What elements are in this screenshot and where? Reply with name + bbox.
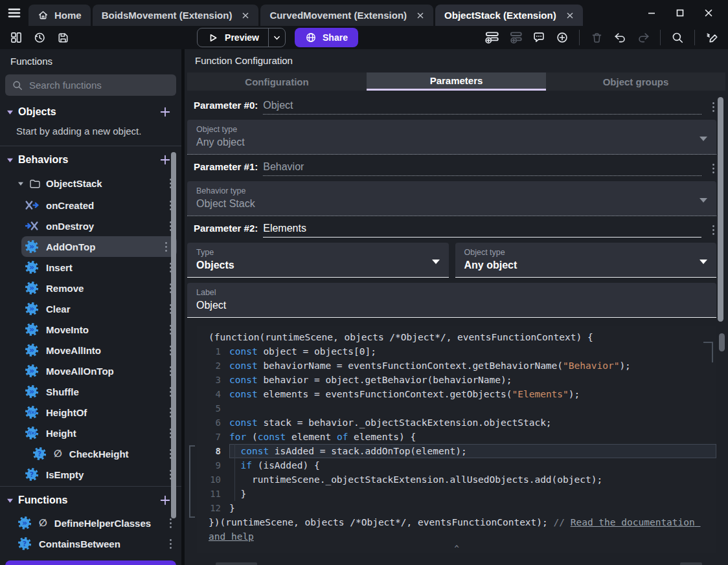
close-tab-icon[interactable] <box>566 12 574 19</box>
sidebar-item-containsbetween[interactable]: ?ContainsBetween <box>0 533 181 554</box>
expression-gear-icon: f(x) <box>25 426 39 440</box>
sidebar-item-checkheight[interactable]: ?∅CheckHeight <box>0 443 181 464</box>
object-type-select[interactable]: Object type Any object <box>455 243 717 278</box>
line-number: 1 <box>197 344 229 359</box>
editor-scrollbar[interactable] <box>719 333 725 351</box>
add-event-icon[interactable] <box>483 28 502 47</box>
history-icon[interactable] <box>30 28 49 47</box>
parameter-name-input[interactable]: Behavior <box>263 161 701 176</box>
bottom-strip <box>185 553 728 565</box>
sidebar-item-definehelperclasses[interactable]: »∅DefineHelperClasses <box>0 513 181 533</box>
action-gear-icon: » <box>25 239 39 254</box>
svg-text:f(x): f(x) <box>28 410 37 415</box>
code-line: 10 runtimeScene._objectStackExtension.al… <box>197 472 716 487</box>
add-function-icon[interactable] <box>159 494 171 506</box>
code-wrapper-line: })(runtimeScene, objects /*Object*/, eve… <box>197 515 716 544</box>
sidebar-item-moveinto[interactable]: »MoveInto <box>0 319 181 340</box>
search-functions-box[interactable] <box>5 74 176 96</box>
tab-curvedmovement-extension[interactable]: CurvedMovement (Extension) <box>260 5 433 26</box>
section-behaviors[interactable]: Behaviors <box>0 148 181 172</box>
parameter-menu-icon[interactable] <box>711 223 716 237</box>
action-gear-icon: » <box>25 302 39 316</box>
share-button[interactable]: Share <box>295 28 358 47</box>
parameter-name-input[interactable]: Object <box>263 100 701 115</box>
close-button[interactable] <box>694 3 723 23</box>
toolbar-separator <box>660 30 661 45</box>
preview-dropdown-icon[interactable] <box>268 28 285 47</box>
sidebar-item-ondestroy[interactable]: onDestroy <box>0 216 181 236</box>
sidebar-item-clear[interactable]: »Clear <box>0 298 181 319</box>
field-label: Behavior type <box>196 186 694 195</box>
add-behavior-icon[interactable] <box>159 154 171 166</box>
sidebar-item-height[interactable]: f(x)Height <box>0 423 181 443</box>
add-comment-icon[interactable] <box>529 28 549 47</box>
type-select[interactable]: Type Objects <box>187 243 449 278</box>
line-number: 3 <box>197 373 229 387</box>
cutoff-element <box>680 562 702 565</box>
add-circle-icon[interactable] <box>552 28 572 47</box>
section-functions[interactable]: Functions <box>0 488 181 513</box>
parameter-menu-icon[interactable] <box>711 100 716 114</box>
sidebar-item-heightof[interactable]: f(x)HeightOf <box>0 402 181 423</box>
tab-parameters[interactable]: Parameters <box>367 72 546 91</box>
section-label: Functions <box>18 494 67 506</box>
tab-object-groups[interactable]: Object groups <box>546 72 725 91</box>
function-configuration-panel: Function Configuration ConfigurationPara… <box>185 49 728 565</box>
sidebar-item-insert[interactable]: »Insert <box>0 257 181 278</box>
sidebar-item-shuffle[interactable]: »Shuffle <box>0 381 181 402</box>
behavior-type-select[interactable]: Behavior type Object Stack <box>187 181 716 216</box>
undo-icon[interactable] <box>610 28 630 47</box>
close-tab-icon[interactable] <box>416 12 424 19</box>
sidebar-item-isempty[interactable]: ?IsEmpty <box>0 464 181 485</box>
add-new-function-button[interactable]: Add a new function <box>5 560 176 565</box>
item-menu-icon[interactable] <box>168 537 174 551</box>
toolbar-separator <box>579 30 580 45</box>
sidebar-item-remove[interactable]: »Remove <box>0 278 181 298</box>
object-type-select[interactable]: Object type Any object <box>187 120 716 155</box>
action-gear-icon: » <box>25 384 39 399</box>
preview-button[interactable]: Preview <box>197 28 286 47</box>
sidebar-item-label: AddOnTop <box>46 241 95 252</box>
panels-icon[interactable] <box>6 28 26 47</box>
svg-text:f(x): f(x) <box>28 430 37 436</box>
behavior-folder-objectstack[interactable]: ObjectStack <box>0 172 181 195</box>
maximize-button[interactable] <box>666 3 694 23</box>
toolbar-separator <box>694 30 695 45</box>
svg-text:»: » <box>29 262 34 272</box>
item-menu-icon[interactable] <box>163 240 169 254</box>
editor-resize-handle[interactable]: ^ <box>454 544 459 553</box>
label-field[interactable]: Label Object <box>187 283 716 318</box>
svg-text:»: » <box>29 345 34 355</box>
toolbar: Preview Share <box>0 26 728 49</box>
minimize-button[interactable] <box>637 3 666 23</box>
edit-icon[interactable] <box>702 28 722 47</box>
tab-home[interactable]: Home <box>28 5 91 26</box>
close-tab-icon[interactable] <box>242 12 249 19</box>
search-input[interactable] <box>29 80 170 91</box>
field-value: Objects <box>196 260 427 271</box>
search-icon[interactable] <box>668 28 687 47</box>
section-objects[interactable]: Objects <box>0 100 181 124</box>
code-editor[interactable]: (function(runtimeScene, objects /*Object… <box>197 326 716 553</box>
tab-objectstack-extension[interactable]: ObjectStack (Extension) <box>435 5 583 26</box>
sidebar-item-moveallontop[interactable]: »MoveAllOnTop <box>0 360 181 381</box>
main-menu-icon[interactable] <box>0 0 28 26</box>
add-object-icon[interactable] <box>159 106 171 118</box>
sidebar-item-moveallinto[interactable]: »MoveAllInto <box>0 340 181 360</box>
action-gear-icon: » <box>25 343 39 357</box>
parameter-menu-icon[interactable] <box>711 162 716 175</box>
line-number: 9 <box>197 458 229 472</box>
sidebar-scrollbar[interactable] <box>171 152 176 518</box>
sidebar-item-oncreated[interactable]: onCreated <box>0 195 181 216</box>
line-number: 6 <box>197 415 229 430</box>
action-gear-icon: » <box>25 322 39 337</box>
private-icon: ∅ <box>39 517 47 529</box>
tab-boidsmovement-extension[interactable]: BoidsMovement (Extension) <box>93 5 259 26</box>
tab-configuration[interactable]: Configuration <box>187 72 367 91</box>
sidebar-item-label: CheckHeight <box>69 449 129 460</box>
parameter-name-input[interactable]: Elements <box>263 223 701 238</box>
parameters-scrollbar[interactable] <box>718 97 723 322</box>
sidebar-item-addontop[interactable]: »AddOnTop <box>21 236 177 257</box>
save-icon[interactable] <box>53 28 73 47</box>
field-value: Object Stack <box>196 198 694 210</box>
